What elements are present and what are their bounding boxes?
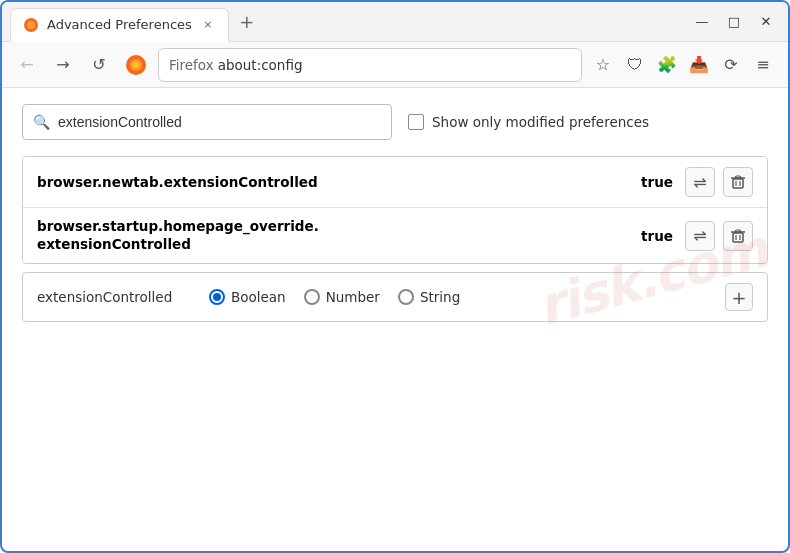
pref-value-1: true [633, 174, 673, 190]
window-controls: — □ ✕ [688, 8, 780, 36]
new-pref-name: extensionControlled [37, 289, 197, 305]
tab-favicon [23, 17, 39, 33]
address-value: about:config [218, 57, 303, 73]
firefox-label: Firefox [169, 57, 214, 73]
add-preference-button[interactable]: + [725, 283, 753, 311]
menu-icon[interactable]: ≡ [748, 50, 778, 80]
navigation-bar: ← → ↺ Firefoxabout:config ☆ 🛡 🧩 📥 ⟳ ≡ [2, 42, 788, 88]
close-button[interactable]: ✕ [752, 8, 780, 36]
bookmark-icon[interactable]: ☆ [588, 50, 618, 80]
forward-button[interactable]: → [48, 50, 78, 80]
radio-boolean[interactable]: Boolean [209, 289, 286, 305]
minimize-button[interactable]: — [688, 8, 716, 36]
new-tab-button[interactable]: + [233, 8, 261, 36]
firefox-logo [124, 53, 148, 77]
reset-pref-2-button[interactable]: ⇌ [685, 221, 715, 251]
show-modified-label: Show only modified preferences [432, 114, 649, 130]
address-bar[interactable]: Firefoxabout:config [158, 48, 582, 82]
radio-number-label: Number [326, 289, 380, 305]
pref-actions-1: ⇌ [685, 167, 753, 197]
pref-actions-2: ⇌ [685, 221, 753, 251]
pref-name-2-line1: browser.startup.homepage_override. [37, 218, 319, 234]
content-area: 🔍 Show only modified preferences browser… [2, 88, 788, 338]
radio-number-circle [304, 289, 320, 305]
radio-string-circle [398, 289, 414, 305]
tab-close-btn[interactable]: × [200, 17, 216, 33]
svg-point-4 [133, 62, 139, 68]
extension-icon[interactable]: 🧩 [652, 50, 682, 80]
show-modified-checkbox[interactable] [408, 114, 424, 130]
reset-pref-1-button[interactable]: ⇌ [685, 167, 715, 197]
shield-icon[interactable]: 🛡 [620, 50, 650, 80]
pref-name-1: browser.newtab.extensionControlled [37, 174, 633, 190]
radio-number[interactable]: Number [304, 289, 380, 305]
new-preference-row: extensionControlled Boolean Number Strin… [22, 272, 768, 322]
sync-icon[interactable]: ⟳ [716, 50, 746, 80]
radio-string[interactable]: String [398, 289, 460, 305]
table-row: browser.newtab.extensionControlled true … [23, 157, 767, 208]
table-row: browser.startup.homepage_override. exten… [23, 208, 767, 263]
title-bar: Advanced Preferences × + — □ ✕ [2, 2, 788, 42]
radio-boolean-circle [209, 289, 225, 305]
nav-right-icons: ☆ 🛡 🧩 📥 ⟳ ≡ [588, 50, 778, 80]
address-text: Firefoxabout:config [169, 57, 571, 73]
search-box[interactable]: 🔍 [22, 104, 392, 140]
delete-pref-1-button[interactable] [723, 167, 753, 197]
search-row: 🔍 Show only modified preferences [22, 104, 768, 140]
delete-icon [730, 228, 746, 244]
svg-rect-5 [733, 179, 743, 188]
delete-icon [730, 174, 746, 190]
radio-string-label: String [420, 289, 460, 305]
search-input[interactable] [58, 114, 381, 130]
tab-title: Advanced Preferences [47, 17, 192, 32]
delete-pref-2-button[interactable] [723, 221, 753, 251]
search-icon: 🔍 [33, 114, 50, 130]
preferences-table: browser.newtab.extensionControlled true … [22, 156, 768, 264]
back-button[interactable]: ← [12, 50, 42, 80]
browser-tab[interactable]: Advanced Preferences × [10, 8, 229, 42]
svg-rect-7 [736, 176, 741, 178]
pref-name-2-line2: extensionControlled [37, 236, 191, 252]
show-modified-section: Show only modified preferences [408, 114, 649, 130]
reload-button[interactable]: ↺ [84, 50, 114, 80]
radio-group: Boolean Number String [209, 289, 460, 305]
pref-name-2: browser.startup.homepage_override. exten… [37, 218, 633, 253]
download-icon[interactable]: 📥 [684, 50, 714, 80]
radio-boolean-label: Boolean [231, 289, 286, 305]
pref-value-2: true [633, 228, 673, 244]
maximize-button[interactable]: □ [720, 8, 748, 36]
svg-rect-12 [736, 230, 741, 232]
svg-point-1 [27, 21, 35, 29]
svg-rect-10 [733, 233, 743, 242]
